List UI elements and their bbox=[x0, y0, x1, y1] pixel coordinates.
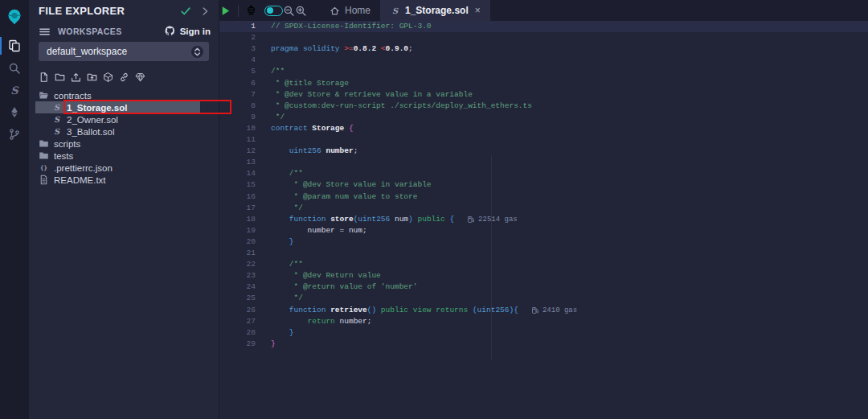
solidity-icon: S bbox=[390, 6, 400, 16]
sidebar-git-button[interactable] bbox=[0, 124, 29, 145]
code-line-20: 20 } bbox=[219, 236, 868, 248]
file-label: scripts bbox=[54, 139, 80, 149]
workspace-dropdown-value: default_workspace bbox=[39, 46, 191, 57]
check-icon[interactable] bbox=[180, 6, 191, 17]
tree-item-scripts[interactable]: scripts bbox=[29, 138, 219, 150]
upload-folder-icon bbox=[87, 72, 97, 83]
sidebar-remix-logo-button[interactable] bbox=[0, 6, 29, 27]
editor-tabbar: HomeS1_Storage.sol× bbox=[219, 0, 868, 21]
code-line-9: 9 */ bbox=[219, 112, 868, 123]
upload-folder-button[interactable] bbox=[86, 71, 97, 83]
gem-button[interactable] bbox=[134, 71, 145, 83]
code-text: return number; bbox=[271, 316, 371, 327]
svg-text:S: S bbox=[54, 127, 60, 136]
sidebar-solidity-compiler-button[interactable]: S bbox=[0, 80, 29, 101]
gem-icon bbox=[135, 72, 145, 83]
code-line-26: 26 function retrieve() public view retur… bbox=[219, 305, 868, 316]
toggle-knob bbox=[267, 7, 273, 14]
tab-1_Storage.sol[interactable]: S1_Storage.sol× bbox=[380, 0, 490, 21]
solidity-icon: S bbox=[51, 126, 62, 137]
close-tab-icon[interactable]: × bbox=[475, 5, 481, 16]
gas-estimate-label: 22514 gas bbox=[478, 214, 518, 225]
file-label: tests bbox=[54, 151, 73, 161]
zoom-in-button[interactable] bbox=[295, 5, 307, 17]
code-text: * @return value of 'number' bbox=[271, 281, 417, 293]
code-editor[interactable]: 1// SPDX-License-Identifier: GPL-3.023pr… bbox=[219, 21, 868, 419]
line-number: 24 bbox=[219, 281, 256, 293]
folder-open-icon bbox=[39, 90, 49, 101]
code-text: * @custom:dev-run-script ./scripts/deplo… bbox=[271, 101, 532, 112]
line-number: 25 bbox=[219, 293, 256, 304]
code-line-6: 6 * @title Storage bbox=[219, 78, 868, 89]
tree-item-.prettierrc.json[interactable]: {}.prettierrc.json bbox=[29, 162, 219, 174]
deploy-run-icon bbox=[8, 106, 21, 119]
line-number: 17 bbox=[219, 203, 256, 214]
sidebar-search-button[interactable] bbox=[0, 58, 29, 79]
zoom-in-icon bbox=[295, 5, 307, 17]
tree-item-1_Storage.sol[interactable]: S1_Storage.sol bbox=[35, 101, 200, 113]
create-file-icon bbox=[39, 72, 49, 83]
line-number: 13 bbox=[219, 157, 256, 168]
gas-estimate-label: 2410 gas bbox=[542, 305, 577, 316]
code-line-4: 4 bbox=[219, 55, 868, 66]
create-folder-button[interactable] bbox=[54, 71, 65, 83]
svg-text:S: S bbox=[10, 84, 19, 97]
line-number: 18 bbox=[219, 214, 256, 225]
box-button[interactable] bbox=[102, 71, 113, 83]
code-text: * @dev Store value in variable bbox=[271, 179, 432, 191]
sidebar-deploy-run-button[interactable] bbox=[0, 102, 29, 123]
tree-item-2_Owner.sol[interactable]: S2_Owner.sol bbox=[29, 113, 219, 125]
code-line-11: 11 bbox=[219, 134, 868, 146]
code-text: number = num; bbox=[271, 225, 367, 236]
ai-copilot-toggle[interactable] bbox=[264, 6, 283, 16]
svg-text:{}: {} bbox=[40, 164, 47, 171]
tree-item-README.txt[interactable]: README.txt bbox=[29, 174, 219, 186]
code-text: * @param num value to store bbox=[271, 191, 417, 203]
create-file-button[interactable] bbox=[38, 71, 49, 83]
code-text: */ bbox=[271, 112, 285, 123]
code-line-17: 17 */ bbox=[219, 203, 868, 214]
code-text: */ bbox=[271, 293, 303, 304]
ai-assistant-button[interactable] bbox=[245, 5, 257, 17]
line-number: 8 bbox=[219, 101, 256, 112]
gas-pump-icon bbox=[531, 306, 539, 314]
code-line-5: 5/** bbox=[219, 66, 868, 77]
file-label: .prettierrc.json bbox=[54, 163, 113, 173]
link-button[interactable] bbox=[118, 71, 129, 83]
workspaces-label: WORKSPACES bbox=[58, 27, 122, 36]
sign-in-label: Sign in bbox=[180, 27, 211, 36]
code-line-29: 29} bbox=[219, 339, 868, 350]
tree-item-3_Ballot.sol[interactable]: S3_Ballot.sol bbox=[29, 125, 219, 138]
code-line-18: 18 function store(uint256 num) public {2… bbox=[219, 214, 868, 225]
code-text: } bbox=[271, 327, 294, 339]
home-icon bbox=[330, 6, 340, 16]
sidebar-file-explorer-button[interactable] bbox=[0, 35, 29, 56]
run-button[interactable] bbox=[219, 5, 231, 17]
line-number: 27 bbox=[219, 316, 256, 327]
line-number: 29 bbox=[219, 339, 256, 350]
workspace-dropdown[interactable]: default_workspace bbox=[39, 42, 209, 61]
tab-label: Home bbox=[345, 5, 371, 16]
panel-title: FILE EXPLORER bbox=[39, 5, 125, 17]
gas-estimate: 2410 gas bbox=[531, 305, 577, 316]
code-text: } bbox=[271, 236, 294, 248]
zoom-out-button[interactable] bbox=[283, 5, 295, 17]
code-line-28: 28 } bbox=[219, 327, 868, 339]
line-number: 6 bbox=[219, 78, 256, 89]
hamburger-menu-icon[interactable] bbox=[39, 26, 51, 38]
file-label: 2_Owner.sol bbox=[67, 115, 118, 125]
code-line-13: 13 bbox=[219, 157, 868, 168]
code-line-3: 3pragma solidity >=0.8.2 <0.9.0; bbox=[219, 43, 868, 55]
line-number: 1 bbox=[219, 21, 256, 32]
sign-in-button[interactable]: Sign in bbox=[164, 25, 211, 37]
upload-file-button[interactable] bbox=[70, 71, 81, 83]
json-icon: {} bbox=[39, 162, 49, 173]
file-toolbar bbox=[38, 71, 145, 83]
svg-text:S: S bbox=[54, 103, 60, 112]
tree-item-tests[interactable]: tests bbox=[29, 150, 219, 162]
remix-ide-window: S FILE EXPLORER WORKSPACES Sign in defau… bbox=[0, 0, 868, 419]
tab-Home[interactable]: Home bbox=[320, 0, 380, 21]
code-line-22: 22 /** bbox=[219, 259, 868, 270]
chevron-right-icon[interactable] bbox=[199, 6, 211, 17]
tree-item-contracts[interactable]: contracts bbox=[29, 89, 219, 101]
